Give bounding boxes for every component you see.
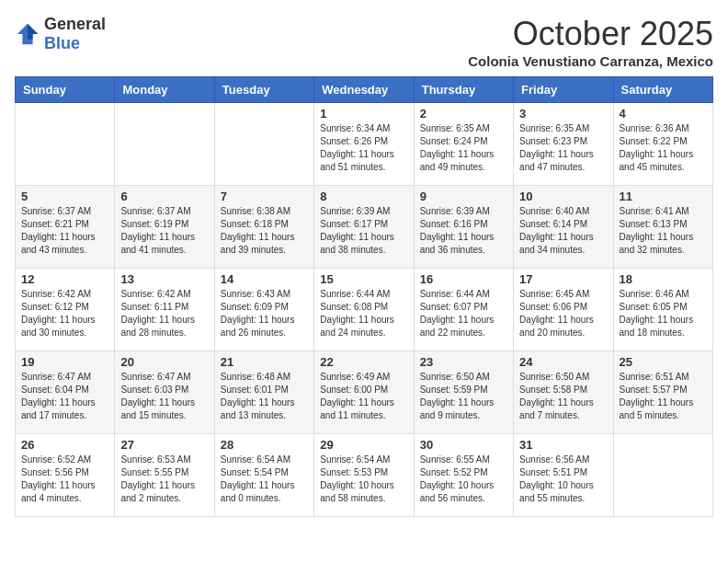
location-title: Colonia Venustiano Carranza, Mexico bbox=[468, 53, 713, 69]
day-info: Sunrise: 6:39 AMSunset: 6:16 PMDaylight:… bbox=[420, 206, 495, 255]
day-info: Sunrise: 6:39 AMSunset: 6:17 PMDaylight:… bbox=[320, 206, 394, 255]
day-info: Sunrise: 6:55 AMSunset: 5:52 PMDaylight:… bbox=[420, 454, 495, 503]
header-tuesday: Tuesday bbox=[214, 77, 313, 103]
header-friday: Friday bbox=[514, 77, 613, 103]
day-number: 15 bbox=[320, 272, 407, 286]
calendar-table: Sunday Monday Tuesday Wednesday Thursday… bbox=[15, 76, 713, 517]
day-number: 30 bbox=[420, 438, 507, 452]
calendar-cell: 27 Sunrise: 6:53 AMSunset: 5:55 PMDaylig… bbox=[115, 434, 214, 517]
day-number: 29 bbox=[320, 438, 407, 452]
calendar-cell: 17 Sunrise: 6:45 AMSunset: 6:06 PMDaylig… bbox=[514, 269, 613, 351]
calendar-cell: 12 Sunrise: 6:42 AMSunset: 6:12 PMDaylig… bbox=[16, 269, 115, 351]
day-number: 12 bbox=[21, 272, 108, 286]
day-info: Sunrise: 6:50 AMSunset: 5:58 PMDaylight:… bbox=[519, 372, 594, 420]
day-number: 17 bbox=[519, 272, 607, 286]
day-info: Sunrise: 6:52 AMSunset: 5:56 PMDaylight:… bbox=[21, 454, 96, 503]
calendar-cell: 24 Sunrise: 6:50 AMSunset: 5:58 PMDaylig… bbox=[514, 351, 613, 434]
calendar-cell: 4 Sunrise: 6:36 AMSunset: 6:22 PMDayligh… bbox=[613, 103, 712, 186]
day-number: 13 bbox=[120, 272, 208, 286]
calendar-cell: 22 Sunrise: 6:49 AMSunset: 6:00 PMDaylig… bbox=[314, 351, 414, 434]
calendar-cell: 30 Sunrise: 6:55 AMSunset: 5:52 PMDaylig… bbox=[414, 434, 513, 517]
calendar-cell bbox=[16, 103, 115, 186]
calendar-week-1: 1 Sunrise: 6:34 AMSunset: 6:26 PMDayligh… bbox=[16, 103, 713, 186]
day-info: Sunrise: 6:41 AMSunset: 6:13 PMDaylight:… bbox=[620, 206, 694, 255]
day-info: Sunrise: 6:34 AMSunset: 6:26 PMDaylight:… bbox=[320, 123, 394, 172]
day-info: Sunrise: 6:49 AMSunset: 6:00 PMDaylight:… bbox=[320, 372, 394, 420]
logo-text-blue: Blue bbox=[44, 34, 80, 52]
day-info: Sunrise: 6:51 AMSunset: 5:57 PMDaylight:… bbox=[620, 372, 694, 420]
calendar-cell: 25 Sunrise: 6:51 AMSunset: 5:57 PMDaylig… bbox=[613, 351, 712, 434]
calendar-cell bbox=[214, 103, 313, 186]
calendar-cell: 26 Sunrise: 6:52 AMSunset: 5:56 PMDaylig… bbox=[16, 434, 115, 517]
calendar-cell: 10 Sunrise: 6:40 AMSunset: 6:14 PMDaylig… bbox=[514, 186, 613, 269]
day-number: 11 bbox=[620, 190, 707, 203]
calendar-week-3: 12 Sunrise: 6:42 AMSunset: 6:12 PMDaylig… bbox=[16, 269, 713, 351]
calendar-cell: 15 Sunrise: 6:44 AMSunset: 6:08 PMDaylig… bbox=[314, 269, 414, 351]
day-info: Sunrise: 6:56 AMSunset: 5:51 PMDaylight:… bbox=[519, 454, 594, 503]
calendar-cell: 19 Sunrise: 6:47 AMSunset: 6:04 PMDaylig… bbox=[16, 351, 115, 434]
month-title: October 2025 bbox=[468, 15, 713, 53]
day-info: Sunrise: 6:35 AMSunset: 6:23 PMDaylight:… bbox=[519, 123, 594, 172]
day-number: 9 bbox=[420, 190, 507, 203]
day-info: Sunrise: 6:50 AMSunset: 5:59 PMDaylight:… bbox=[420, 372, 495, 420]
calendar-cell: 18 Sunrise: 6:46 AMSunset: 6:05 PMDaylig… bbox=[613, 269, 712, 351]
day-info: Sunrise: 6:46 AMSunset: 6:05 PMDaylight:… bbox=[620, 289, 694, 338]
day-info: Sunrise: 6:47 AMSunset: 6:03 PMDaylight:… bbox=[120, 372, 195, 420]
day-info: Sunrise: 6:47 AMSunset: 6:04 PMDaylight:… bbox=[21, 372, 96, 420]
calendar-cell: 28 Sunrise: 6:54 AMSunset: 5:54 PMDaylig… bbox=[214, 434, 313, 517]
calendar-cell: 20 Sunrise: 6:47 AMSunset: 6:03 PMDaylig… bbox=[115, 351, 214, 434]
day-number: 23 bbox=[420, 355, 507, 369]
calendar-week-5: 26 Sunrise: 6:52 AMSunset: 5:56 PMDaylig… bbox=[16, 434, 713, 517]
day-number: 14 bbox=[221, 272, 308, 286]
day-number: 18 bbox=[620, 272, 707, 286]
calendar-cell bbox=[115, 103, 214, 186]
day-number: 19 bbox=[21, 355, 108, 369]
logo-icon bbox=[15, 21, 40, 47]
calendar-cell bbox=[613, 434, 712, 517]
day-number: 7 bbox=[221, 190, 308, 203]
day-number: 31 bbox=[519, 438, 607, 452]
day-info: Sunrise: 6:38 AMSunset: 6:18 PMDaylight:… bbox=[221, 206, 295, 255]
day-number: 22 bbox=[320, 355, 407, 369]
logo-text-general: General bbox=[44, 15, 106, 33]
day-number: 2 bbox=[420, 107, 507, 121]
calendar-cell: 6 Sunrise: 6:37 AMSunset: 6:19 PMDayligh… bbox=[115, 186, 214, 269]
calendar-cell: 1 Sunrise: 6:34 AMSunset: 6:26 PMDayligh… bbox=[314, 103, 414, 186]
calendar-cell: 3 Sunrise: 6:35 AMSunset: 6:23 PMDayligh… bbox=[514, 103, 613, 186]
calendar-week-4: 19 Sunrise: 6:47 AMSunset: 6:04 PMDaylig… bbox=[16, 351, 713, 434]
day-number: 24 bbox=[519, 355, 607, 369]
day-number: 25 bbox=[620, 355, 707, 369]
day-info: Sunrise: 6:44 AMSunset: 6:07 PMDaylight:… bbox=[420, 289, 495, 338]
day-info: Sunrise: 6:36 AMSunset: 6:22 PMDaylight:… bbox=[620, 123, 694, 172]
calendar-week-2: 5 Sunrise: 6:37 AMSunset: 6:21 PMDayligh… bbox=[16, 186, 713, 269]
header-monday: Monday bbox=[115, 77, 214, 103]
header-sunday: Sunday bbox=[16, 77, 115, 103]
day-info: Sunrise: 6:54 AMSunset: 5:53 PMDaylight:… bbox=[320, 454, 394, 503]
calendar-cell: 5 Sunrise: 6:37 AMSunset: 6:21 PMDayligh… bbox=[16, 186, 115, 269]
day-number: 8 bbox=[320, 190, 407, 203]
calendar-cell: 2 Sunrise: 6:35 AMSunset: 6:24 PMDayligh… bbox=[414, 103, 513, 186]
calendar-cell: 8 Sunrise: 6:39 AMSunset: 6:17 PMDayligh… bbox=[314, 186, 414, 269]
day-number: 16 bbox=[420, 272, 507, 286]
logo: General Blue bbox=[15, 15, 106, 53]
day-info: Sunrise: 6:45 AMSunset: 6:06 PMDaylight:… bbox=[519, 289, 594, 338]
day-number: 26 bbox=[21, 438, 108, 452]
header-thursday: Thursday bbox=[414, 77, 513, 103]
svg-marker-1 bbox=[28, 24, 38, 40]
header-saturday: Saturday bbox=[613, 77, 712, 103]
day-number: 3 bbox=[519, 107, 607, 121]
calendar-cell: 16 Sunrise: 6:44 AMSunset: 6:07 PMDaylig… bbox=[414, 269, 513, 351]
day-number: 21 bbox=[221, 355, 308, 369]
day-info: Sunrise: 6:43 AMSunset: 6:09 PMDaylight:… bbox=[221, 289, 295, 338]
day-number: 6 bbox=[120, 190, 208, 203]
day-number: 5 bbox=[21, 190, 108, 203]
calendar-cell: 29 Sunrise: 6:54 AMSunset: 5:53 PMDaylig… bbox=[314, 434, 414, 517]
day-info: Sunrise: 6:42 AMSunset: 6:11 PMDaylight:… bbox=[120, 289, 195, 338]
day-info: Sunrise: 6:35 AMSunset: 6:24 PMDaylight:… bbox=[420, 123, 495, 172]
header-wednesday: Wednesday bbox=[314, 77, 414, 103]
day-info: Sunrise: 6:53 AMSunset: 5:55 PMDaylight:… bbox=[120, 454, 195, 503]
day-info: Sunrise: 6:54 AMSunset: 5:54 PMDaylight:… bbox=[221, 454, 295, 503]
calendar-cell: 21 Sunrise: 6:48 AMSunset: 6:01 PMDaylig… bbox=[214, 351, 313, 434]
day-info: Sunrise: 6:40 AMSunset: 6:14 PMDaylight:… bbox=[519, 206, 594, 255]
day-number: 27 bbox=[120, 438, 208, 452]
